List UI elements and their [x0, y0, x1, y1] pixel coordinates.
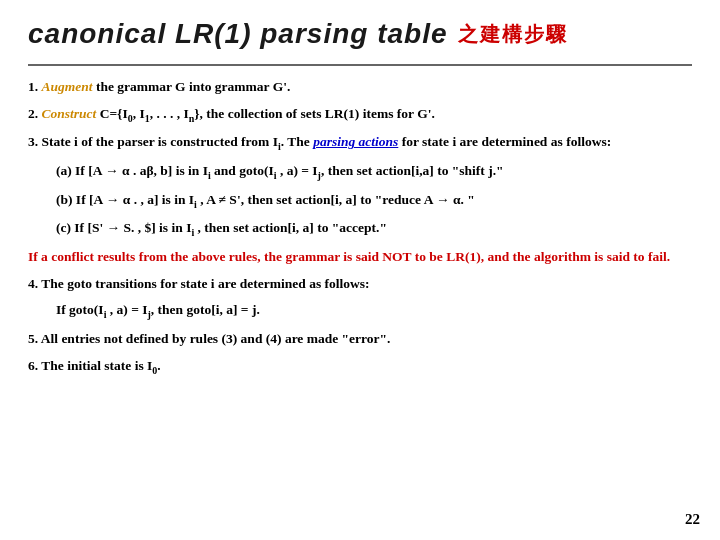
- item3-number: 3. State i of the parser is constructed …: [28, 134, 313, 149]
- item3: 3. State i of the parser is constructed …: [28, 131, 692, 155]
- item3c: (c) If [S' → S. , $] is in Ii , then set…: [56, 217, 692, 241]
- item6: 6. The initial state is I0.: [28, 355, 692, 379]
- conflict-text: If a conflict results from the above rul…: [28, 249, 670, 264]
- item5: 5. All entries not defined by rules (3) …: [28, 328, 692, 350]
- item3-text: for state i are determined as follows:: [398, 134, 611, 149]
- item1-number: 1.: [28, 79, 42, 94]
- item5-text: 5. All entries not defined by rules (3) …: [28, 331, 390, 346]
- item2-text: C={I0, I1, . . . , In}, the collection o…: [96, 106, 435, 121]
- item2-number: 2.: [28, 106, 42, 121]
- item2: 2. Construct C={I0, I1, . . . , In}, the…: [28, 103, 692, 127]
- item3a: (a) If [A → α . aβ, b] is in Ii and goto…: [56, 160, 692, 184]
- item4-sub-text: If goto(Ii , a) = Ij, then goto[i, a] = …: [56, 302, 260, 317]
- title-divider: [28, 64, 692, 66]
- item4: 4. The goto transitions for state i are …: [28, 273, 692, 295]
- page: canonical LR(1) parsing table 之建構步驟 1. A…: [0, 0, 720, 540]
- item2-label: Construct: [42, 106, 97, 121]
- title-row: canonical LR(1) parsing table 之建構步驟: [28, 18, 692, 50]
- item6-text: 6. The initial state is I0.: [28, 358, 161, 373]
- page-number: 22: [685, 511, 700, 528]
- title-main: canonical LR(1) parsing table: [28, 18, 448, 50]
- item3b-text: (b) If [A → α . , a] is in Ii , A ≠ S', …: [56, 192, 475, 207]
- item4-sub: If goto(Ii , a) = Ij, then goto[i, a] = …: [56, 299, 692, 323]
- item1-label: Augment: [42, 79, 93, 94]
- item1: 1. Augment the grammar G into grammar G'…: [28, 76, 692, 98]
- title-chinese: 之建構步驟: [458, 21, 568, 48]
- item3b: (b) If [A → α . , a] is in Ii , A ≠ S', …: [56, 189, 692, 213]
- item3-label: parsing actions: [313, 134, 398, 149]
- conflict-block: If a conflict results from the above rul…: [28, 246, 692, 268]
- item3c-text: (c) If [S' → S. , $] is in Ii , then set…: [56, 220, 387, 235]
- item4-text: 4. The goto transitions for state i are …: [28, 276, 370, 291]
- item1-text: the grammar G into grammar G'.: [93, 79, 291, 94]
- item3a-text: (a) If [A → α . aβ, b] is in Ii and goto…: [56, 163, 504, 178]
